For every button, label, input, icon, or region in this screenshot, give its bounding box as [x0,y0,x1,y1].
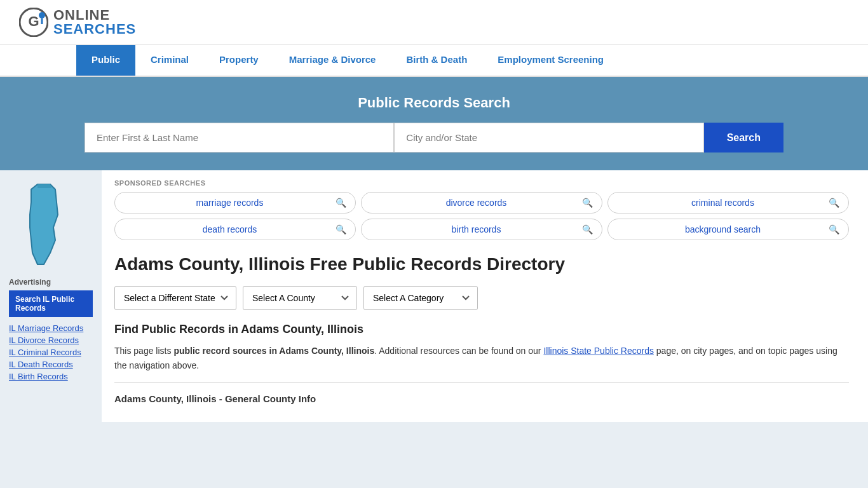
hero-section: Public Records Search Search [0,77,868,170]
sponsored-tag-divorce-text: divorce records [370,198,582,208]
hero-title: Public Records Search [25,95,843,111]
search-icon-3: 🔍 [829,198,839,208]
advertising-label: Advertising [9,278,93,287]
header: G ONLINE SEARCHES [0,0,868,45]
search-icon-6: 🔍 [829,224,839,234]
search-button[interactable]: Search [704,123,783,152]
nav-item-employment[interactable]: Employment Screening [482,45,619,76]
search-icon-4: 🔍 [336,224,346,234]
state-dropdown[interactable]: Select a Different State [114,286,236,310]
sponsored-tag-marriage[interactable]: marriage records 🔍 [114,192,356,214]
search-icon-2: 🔍 [582,198,593,208]
state-map [9,183,93,268]
sponsored-tag-marriage-text: marriage records [124,198,336,208]
sidebar-ad-button[interactable]: Search IL Public Records [9,290,93,317]
dropdowns-row: Select a Different State Select A County… [114,286,849,310]
svg-marker-4 [30,184,58,264]
svg-marker-5 [37,184,51,188]
logo: G ONLINE SEARCHES [19,8,136,37]
logo-icon: G [19,8,48,37]
sponsored-tag-death[interactable]: death records 🔍 [114,219,356,240]
illinois-records-link[interactable]: Illinois State Public Records [543,346,654,356]
search-icon-1: 🔍 [336,198,346,208]
main-container: Advertising Search IL Public Records IL … [0,170,868,422]
location-input[interactable] [394,123,703,152]
county-dropdown[interactable]: Select A County [243,286,357,310]
description-text-1: This page lists [114,346,173,356]
main-nav: Public Criminal Property Marriage & Divo… [0,45,868,77]
nav-item-criminal[interactable]: Criminal [135,45,204,76]
search-bar: Search [85,123,783,152]
sponsored-tag-background[interactable]: background search 🔍 [607,219,849,240]
sponsored-tag-divorce[interactable]: divorce records 🔍 [361,192,602,214]
logo-text: ONLINE SEARCHES [53,8,136,36]
sidebar: Advertising Search IL Public Records IL … [0,170,102,422]
sidebar-links: IL Marriage Records IL Divorce Records I… [9,323,93,381]
page-title: Adams County, Illinois Free Public Recor… [114,253,849,276]
sponsored-tag-death-text: death records [124,224,336,234]
sidebar-link-birth[interactable]: IL Birth Records [9,372,93,381]
sponsored-tag-birth[interactable]: birth records 🔍 [361,219,602,240]
search-icon-5: 🔍 [582,224,593,234]
sponsored-label: SPONSORED SEARCHES [114,179,849,187]
sponsored-tag-background-text: background search [617,224,829,234]
sub-heading: Find Public Records in Adams County, Ill… [114,323,849,336]
nav-item-property[interactable]: Property [204,45,274,76]
nav-item-marriage-divorce[interactable]: Marriage & Divorce [274,45,391,76]
sponsored-grid: marriage records 🔍 divorce records 🔍 cri… [114,192,849,240]
logo-searches: SEARCHES [53,22,136,36]
logo-online: ONLINE [53,8,136,22]
section-divider [114,383,849,383]
sidebar-link-criminal[interactable]: IL Criminal Records [9,348,93,357]
sponsored-tag-criminal[interactable]: criminal records 🔍 [607,192,849,214]
section-subheading: Adams County, Illinois - General County … [114,388,849,409]
main-content: SPONSORED SEARCHES marriage records 🔍 di… [102,170,868,422]
illinois-map-icon [9,183,79,266]
sidebar-link-marriage[interactable]: IL Marriage Records [9,323,93,333]
description: This page lists public record sources in… [114,344,849,372]
sponsored-tag-birth-text: birth records [370,224,582,234]
sidebar-link-death[interactable]: IL Death Records [9,360,93,369]
description-text-2: . Additional resources can be found on o… [374,346,543,356]
svg-point-2 [39,12,45,18]
svg-text:G: G [28,13,39,29]
nav-item-public[interactable]: Public [76,45,135,76]
sponsored-tag-criminal-text: criminal records [617,198,829,208]
nav-item-birth-death[interactable]: Birth & Death [391,45,482,76]
description-bold: public record sources in Adams County, I… [173,346,374,356]
category-dropdown[interactable]: Select A Category [363,286,478,310]
sidebar-link-divorce[interactable]: IL Divorce Records [9,336,93,345]
name-input[interactable] [85,123,394,152]
